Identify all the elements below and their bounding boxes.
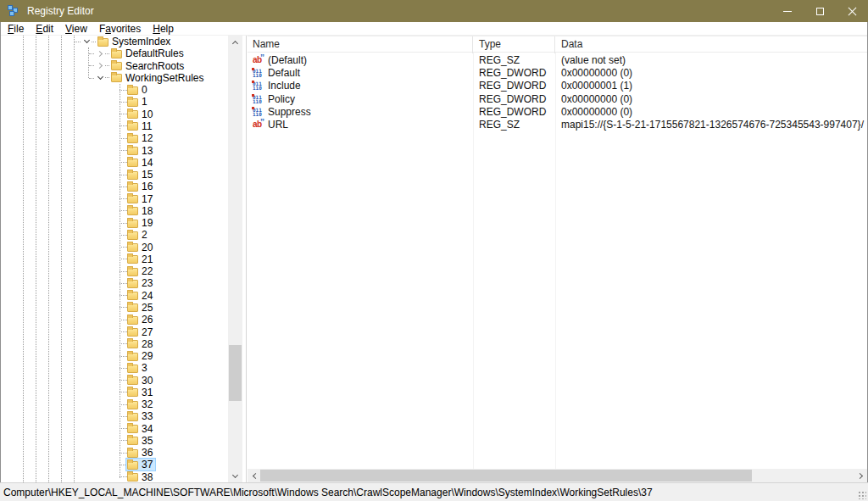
tree-guide-line — [88, 47, 89, 78]
tree-guide-line — [61, 36, 62, 482]
tree-connector — [120, 223, 127, 224]
maximize-button[interactable] — [804, 0, 836, 22]
tree-node-label: 17 — [142, 193, 153, 205]
menu-item-edit[interactable]: Edit — [30, 22, 59, 36]
tree-node-label: 30 — [142, 375, 153, 387]
horizontal-scrollbar-thumb[interactable] — [260, 470, 752, 482]
tree-node-label: 36 — [142, 447, 153, 459]
resize-grip-icon[interactable] — [858, 491, 866, 499]
folder-icon — [127, 159, 138, 167]
folder-icon — [127, 220, 138, 228]
tree-connector — [120, 247, 127, 248]
title-bar[interactable]: Registry Editor — [0, 0, 868, 22]
tree-connector — [120, 320, 127, 320]
tree-node-label: 32 — [142, 398, 153, 410]
value-name-cell: Policy — [248, 93, 473, 105]
value-name: Suppress — [268, 106, 311, 118]
chevron-right-icon[interactable] — [95, 60, 105, 72]
tree-node-label: 16 — [142, 181, 153, 192]
value-data: 0x00000000 (0) — [555, 106, 867, 118]
value-row-url[interactable]: URLREG_SZmapi15://{S-1-5-21-1715567821-1… — [248, 118, 867, 131]
column-header-type[interactable]: Type — [473, 36, 555, 53]
dword-value-icon — [252, 68, 264, 78]
tree-node-label: 35 — [142, 435, 153, 447]
tree-pane[interactable]: SystemIndexDefaultRulesSearchRootsWorkin… — [1, 36, 227, 482]
tree-node-label: 0 — [142, 84, 147, 96]
value-name-cell: URL — [248, 119, 473, 131]
tree-connector — [120, 356, 127, 357]
tree-guide-line — [23, 36, 24, 482]
menu-item-help[interactable]: Help — [147, 22, 180, 36]
value-data: (value not set) — [555, 54, 867, 66]
value-name: URL — [268, 119, 288, 131]
tree-node-label: DefaultRules — [125, 47, 184, 59]
registry-editor-window: Registry Editor FileEditViewFavoritesHel… — [0, 0, 868, 501]
menu-bar: FileEditViewFavoritesHelp — [1, 22, 867, 36]
folder-icon — [127, 98, 138, 107]
tree-connector — [120, 162, 127, 163]
menu-item-favorites[interactable]: Favorites — [93, 22, 147, 36]
column-header-data[interactable]: Data — [555, 36, 867, 53]
menu-item-view[interactable]: View — [59, 22, 93, 36]
value-row-suppress[interactable]: SuppressREG_DWORD0x00000000 (0) — [248, 105, 867, 118]
scroll-left-button[interactable] — [248, 469, 260, 482]
folder-icon — [127, 413, 138, 421]
tree-node-label: 11 — [142, 120, 152, 132]
tree-node-label: 22 — [142, 265, 153, 277]
value-rows: (Default)REG_SZ(value not set)DefaultREG… — [248, 53, 867, 131]
value-row-include[interactable]: IncludeREG_DWORD0x00000001 (1) — [248, 80, 867, 92]
value-row-policy[interactable]: PolicyREG_DWORD0x00000000 (0) — [248, 92, 867, 105]
close-button[interactable] — [836, 0, 868, 22]
chevron-right-icon — [857, 472, 863, 478]
value-type: REG_DWORD — [473, 80, 555, 92]
content-area: SystemIndexDefaultRulesSearchRootsWorkin… — [1, 36, 867, 482]
selected-tree-node[interactable]: 37 — [125, 458, 156, 471]
chevron-right-icon[interactable] — [95, 47, 105, 59]
scroll-down-button[interactable] — [228, 470, 242, 482]
value-type: REG_DWORD — [473, 106, 555, 118]
tree-node-label: 34 — [142, 423, 153, 435]
tree-connector — [120, 198, 127, 199]
minimize-icon — [783, 11, 792, 12]
tree-connector — [120, 331, 127, 332]
folder-icon — [127, 86, 138, 95]
chevron-down-icon[interactable] — [95, 72, 105, 84]
minimize-button[interactable] — [771, 0, 804, 22]
folder-icon — [111, 74, 122, 82]
close-icon — [848, 7, 857, 16]
values-pane[interactable]: Name Type Data (Default)REG_SZ(value not… — [248, 36, 867, 482]
tree-connector — [120, 343, 127, 344]
tree-connector — [120, 138, 127, 139]
tree-connector — [120, 307, 127, 308]
scroll-right-button[interactable] — [854, 469, 867, 482]
tree-connector — [120, 428, 127, 429]
folder-icon — [127, 328, 138, 337]
tree-guide-line — [48, 36, 49, 482]
folder-icon — [127, 473, 138, 482]
value-row-default[interactable]: DefaultREG_DWORD0x00000000 (0) — [248, 66, 867, 79]
vertical-scrollbar-thumb[interactable] — [229, 345, 242, 401]
chevron-down-icon[interactable] — [81, 36, 92, 47]
tree-connector — [120, 259, 127, 259]
registry-editor-icon — [8, 5, 19, 17]
value-type: REG_DWORD — [473, 93, 555, 105]
list-horizontal-scrollbar[interactable] — [248, 469, 867, 482]
folder-icon — [127, 353, 138, 361]
value-row-default[interactable]: (Default)REG_SZ(value not set) — [248, 53, 867, 66]
tree-vertical-scrollbar[interactable] — [228, 36, 242, 482]
value-name-cell: Include — [248, 80, 473, 92]
tree-connector — [120, 453, 127, 454]
tree-node-label: 15 — [142, 169, 153, 181]
tree-node-label: 28 — [142, 338, 153, 350]
tree-connector — [89, 53, 94, 54]
menu-item-file[interactable]: File — [1, 22, 30, 36]
pane-splitter[interactable] — [246, 36, 247, 482]
folder-icon — [127, 268, 138, 276]
column-header-name[interactable]: Name — [248, 36, 473, 53]
tree-connector — [120, 125, 127, 126]
folder-icon — [127, 171, 138, 180]
tree-node-label: 24 — [142, 290, 153, 302]
tree-node-label: WorkingSetRules — [125, 72, 203, 84]
scroll-up-button[interactable] — [228, 36, 242, 48]
string-value-icon — [252, 55, 264, 65]
